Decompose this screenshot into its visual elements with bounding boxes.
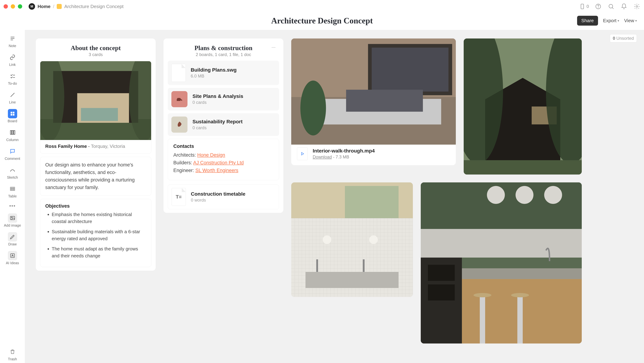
column-header[interactable]: About the concept 3 cards: [40, 42, 151, 58]
view-label: View: [624, 18, 634, 24]
svg-rect-43: [306, 272, 398, 288]
page-title[interactable]: Architecture Design Concept: [271, 16, 373, 26]
trash-icon: [8, 347, 17, 356]
tool-column[interactable]: Column: [0, 126, 25, 144]
body-text: Our design aims to enhance your home's f…: [45, 161, 146, 191]
board-canvas[interactable]: 0 Unsorted About the concept 3 cards: [25, 30, 644, 363]
collapse-icon[interactable]: —: [272, 45, 276, 50]
card-contacts[interactable]: Contacts Architects: Hone Design Builder…: [168, 139, 279, 180]
tool-note[interactable]: Note: [0, 32, 25, 50]
board-meta: 0 cards: [192, 100, 243, 105]
svg-rect-8: [13, 114, 14, 115]
sketch-icon: [8, 165, 17, 175]
tool-line[interactable]: Line: [0, 88, 25, 106]
image-tile-bathroom[interactable]: [291, 182, 413, 297]
file-building-plans[interactable]: Building Plans.swg 6.0 MB: [168, 61, 279, 85]
maximize-window-button[interactable]: [18, 4, 22, 9]
tool-draw[interactable]: Draw: [0, 230, 25, 248]
tool-ai-ideas[interactable]: AI Ideas: [0, 249, 25, 267]
board-site-plans[interactable]: Site Plans & Analysis 0 cards: [168, 88, 279, 110]
objectives-list: Emphasis the homes existing historical c…: [45, 211, 146, 259]
tool-more[interactable]: •••: [0, 201, 25, 210]
board-meta: 0 cards: [192, 125, 242, 130]
svg-point-62: [511, 293, 529, 297]
svg-rect-59: [480, 297, 485, 343]
tool-table[interactable]: Table: [0, 182, 25, 200]
svg-point-29: [300, 81, 326, 136]
svg-rect-57: [462, 268, 582, 279]
export-dropdown[interactable]: Export ▾: [603, 18, 619, 24]
svg-rect-0: [581, 4, 584, 9]
contact-builders: Builders: AJ Construction Pty Ltd: [173, 160, 274, 166]
link-architects[interactable]: Hone Design: [197, 152, 225, 158]
video-meta: Interior-walk-through.mp4 Download - 7.3…: [291, 142, 456, 165]
card-objectives[interactable]: Objectives Emphasis the homes existing h…: [40, 199, 151, 267]
breadcrumb-current[interactable]: Architecture Design Concept: [64, 4, 124, 9]
board-name: Site Plans & Analysis: [192, 93, 243, 99]
column-plans[interactable]: Plans & construction 2 boards, 1 card, 1…: [164, 39, 283, 213]
unsorted-badge[interactable]: 0 Unsorted: [610, 34, 637, 43]
video-thumbnail[interactable]: [291, 39, 456, 142]
unsorted-count: 0: [613, 36, 615, 41]
svg-rect-56: [428, 284, 455, 300]
help-icon[interactable]: [595, 3, 602, 10]
notifications-icon[interactable]: [620, 3, 628, 10]
doc-name: Construction timetable: [191, 191, 246, 197]
svg-rect-55: [428, 265, 455, 281]
titlebar: M Home / Architecture Design Concept 0: [0, 0, 644, 13]
tool-trash[interactable]: Trash: [0, 345, 25, 363]
tool-add-image[interactable]: Add image: [0, 212, 25, 229]
download-link[interactable]: Download: [313, 154, 332, 159]
close-window-button[interactable]: [4, 4, 8, 9]
contact-engineer: Engineer: SL Worth Engineers: [173, 168, 274, 173]
svg-point-51: [516, 186, 534, 204]
link-builders[interactable]: AJ Construction Pty Ltd: [193, 160, 244, 165]
video-card[interactable]: Interior-walk-through.mp4 Download - 7.3…: [291, 39, 456, 165]
tool-comment[interactable]: Comment: [0, 145, 25, 163]
card-body[interactable]: Our design aims to enhance your home's f…: [40, 157, 151, 196]
breadcrumb: M Home / Architecture Design Concept: [28, 3, 124, 10]
tool-todo[interactable]: To-do: [0, 70, 25, 87]
folder-icon: [57, 4, 62, 9]
image-icon: [8, 213, 17, 223]
column-header[interactable]: Plans & construction 2 boards, 1 card, 1…: [168, 42, 279, 58]
svg-rect-44: [316, 259, 318, 272]
svg-rect-7: [10, 114, 12, 115]
share-button[interactable]: Share: [577, 16, 598, 26]
file-size: 6.0 MB: [191, 74, 237, 79]
minimize-window-button[interactable]: [11, 4, 15, 9]
tool-board[interactable]: Board: [0, 107, 25, 125]
card-project[interactable]: Ross Family Home - Torquay, Victoria: [40, 61, 151, 154]
svg-point-2: [598, 8, 598, 8]
more-icon: •••: [9, 203, 16, 209]
svg-rect-13: [10, 216, 15, 220]
column-title: About the concept: [40, 44, 151, 52]
image-tile-kitchen[interactable]: [421, 182, 582, 343]
svg-rect-6: [13, 112, 14, 113]
board-sustainability[interactable]: Sustainability Report 0 cards: [168, 113, 279, 136]
view-dropdown[interactable]: View ▾: [624, 18, 637, 24]
leaf-icon: [172, 117, 188, 133]
doc-construction-timetable[interactable]: T≡ Construction timetable 0 words: [168, 185, 279, 209]
column-about[interactable]: About the concept 3 cards: [36, 39, 156, 271]
doc-meta: 0 words: [191, 198, 246, 203]
svg-rect-39: [345, 186, 398, 218]
image-tile-cabin-exterior[interactable]: [464, 39, 582, 175]
svg-point-52: [544, 186, 562, 204]
tool-link[interactable]: Link: [0, 51, 25, 69]
device-sync-button[interactable]: 0: [579, 3, 589, 10]
list-item: The home must adapt as the family grows …: [52, 245, 146, 259]
table-icon: [8, 184, 17, 193]
svg-point-3: [609, 4, 613, 8]
svg-point-47: [369, 235, 378, 244]
pencil-icon: [8, 232, 17, 241]
doc-icon: T≡: [172, 188, 186, 206]
search-icon[interactable]: [608, 3, 615, 10]
app-home-icon[interactable]: M: [28, 3, 35, 10]
link-engineer[interactable]: SL Worth Engineers: [195, 168, 238, 173]
line-icon: [8, 90, 17, 100]
settings-icon[interactable]: [633, 3, 640, 10]
breadcrumb-home[interactable]: Home: [38, 4, 50, 9]
tool-sketch[interactable]: Sketch: [0, 164, 25, 181]
column-subtitle: 2 boards, 1 card, 1 file, 1 doc: [168, 52, 279, 57]
